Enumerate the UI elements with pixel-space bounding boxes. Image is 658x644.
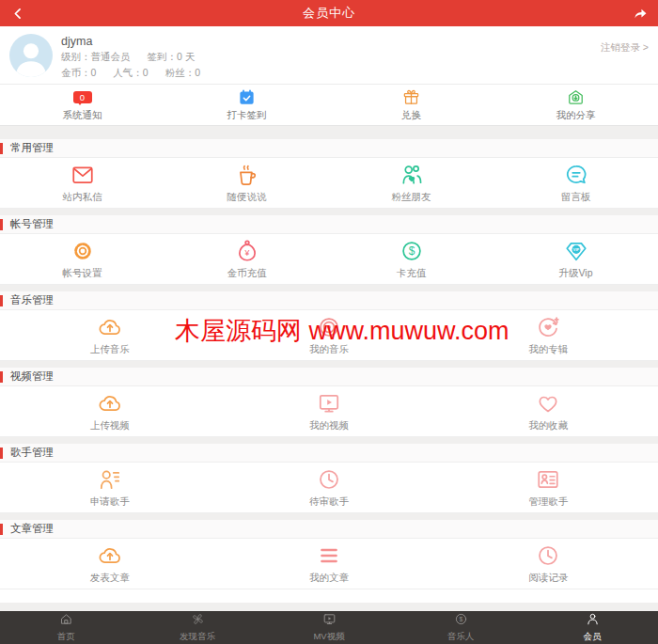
section-music-manage: 音乐管理 上传音乐 我的音乐 我的专辑 <box>0 291 658 361</box>
menu-item-my-video[interactable]: 我的视频 <box>219 386 438 436</box>
menu-item-upload-video[interactable]: 上传视频 <box>0 386 219 436</box>
person-icon <box>586 612 600 630</box>
heart-icon <box>536 391 560 416</box>
menu-item-my-albums[interactable]: 我的专辑 <box>439 310 658 360</box>
notification-badge-icon: 0 <box>73 91 92 103</box>
menu-item-publish-article[interactable]: 发表文章 <box>0 539 219 589</box>
menu-item-moments[interactable]: 随便说说 <box>164 158 329 208</box>
menu-item-label: 我的专辑 <box>528 343 568 356</box>
quick-checkin[interactable]: 打卡签到 <box>164 85 329 125</box>
section-singer-manage: 歌手管理 申请歌手 待审歌手 管理歌手 <box>0 444 658 513</box>
calendar-check-icon <box>238 87 256 106</box>
menu-item-private-message[interactable]: 站内私信 <box>0 158 164 208</box>
heart-refresh-icon <box>536 315 560 339</box>
section-article-manage: 文章管理 发表文章 我的文章 阅读记录 <box>0 520 658 589</box>
member-center-page: 会员中心 djyma 级别：普通会员 签到：0 天 金币：0 人气：0 粉丝：0… <box>0 0 658 644</box>
nav-label: MV视频 <box>313 631 344 643</box>
menu-item-coin-recharge[interactable]: 金币充值 <box>164 234 329 284</box>
menu-item-account-settings[interactable]: 帐号设置 <box>0 234 164 284</box>
page-title: 会员中心 <box>303 5 355 22</box>
id-card-icon <box>536 467 560 492</box>
menu-item-label: 粉丝朋友 <box>392 191 431 204</box>
menu-item-label: 我的收藏 <box>528 419 568 432</box>
nav-label: 会员 <box>584 631 602 643</box>
menu-item-my-music[interactable]: 我的音乐 <box>219 310 438 360</box>
nav-mv-video[interactable]: MV视频 <box>263 611 395 644</box>
menu-item-label: 站内私信 <box>63 191 102 204</box>
nav-home[interactable]: 首页 <box>0 611 132 644</box>
section-title: 帐号管理 <box>10 217 54 231</box>
menu-item-label: 我的音乐 <box>309 343 349 356</box>
quick-action-label: 兑换 <box>401 109 421 122</box>
quick-action-label: 我的分享 <box>556 109 596 122</box>
menu-item-label: 帐号设置 <box>63 267 102 280</box>
quick-action-label: 打卡签到 <box>227 109 267 122</box>
menu-item-manage-singer[interactable]: 管理歌手 <box>439 463 658 512</box>
user-signin: 签到：0 天 <box>148 51 196 64</box>
dollar-coin-icon <box>454 612 468 630</box>
section-accent-bar <box>0 219 3 230</box>
menu-item-message-board[interactable]: 留言板 <box>494 158 658 208</box>
list-lines-icon <box>317 543 341 568</box>
coffee-cup-icon <box>235 163 259 187</box>
nav-musician[interactable]: 音乐人 <box>395 611 526 644</box>
menu-item-my-favorites[interactable]: 我的收藏 <box>439 386 658 436</box>
profile-section: djyma 级别：普通会员 签到：0 天 金币：0 人气：0 粉丝：0 注销登录… <box>0 26 658 85</box>
pinwheel-icon <box>191 612 205 630</box>
section-title: 视频管理 <box>10 369 54 384</box>
menu-item-label: 我的视频 <box>309 419 349 432</box>
divider <box>0 285 658 291</box>
nav-label: 音乐人 <box>447 631 475 643</box>
person-list-icon <box>98 467 122 492</box>
menu-item-label: 随便说说 <box>227 191 267 204</box>
dollar-coin-icon <box>400 239 424 263</box>
quick-my-share[interactable]: 我的分享 <box>494 85 658 125</box>
nav-member[interactable]: 会员 <box>526 611 658 644</box>
divider <box>0 126 658 139</box>
nav-label: 发现音乐 <box>180 631 215 643</box>
menu-item-card-recharge[interactable]: 卡充值 <box>329 234 494 284</box>
gear-icon <box>70 239 95 263</box>
monitor-play-icon <box>322 612 337 630</box>
menu-item-upgrade-vip[interactable]: 升级Vip <box>494 234 658 284</box>
nav-discover-music[interactable]: 发现音乐 <box>132 611 263 644</box>
quick-actions-row: 0 系统通知 打卡签到 兑换 我的分享 <box>0 85 658 126</box>
menu-item-fans-friends[interactable]: 粉丝朋友 <box>329 158 494 208</box>
share-mail-icon <box>567 87 585 106</box>
vip-diamond-icon <box>564 239 588 263</box>
back-button[interactable] <box>8 3 28 24</box>
menu-item-label: 金币充值 <box>227 267 267 280</box>
home-icon <box>59 612 73 630</box>
divider <box>0 209 658 215</box>
section-accent-bar <box>0 371 3 383</box>
section-accent-bar <box>0 524 3 535</box>
envelope-icon <box>70 163 95 187</box>
section-title: 音乐管理 <box>10 293 54 307</box>
quick-exchange[interactable]: 兑换 <box>329 85 494 125</box>
menu-item-upload-music[interactable]: 上传音乐 <box>0 310 219 360</box>
menu-item-reading-history[interactable]: 阅读记录 <box>439 539 658 589</box>
menu-item-pending-singer[interactable]: 待审歌手 <box>219 463 438 512</box>
menu-item-my-articles[interactable]: 我的文章 <box>219 539 438 589</box>
menu-item-label: 升级Vip <box>559 267 593 280</box>
menu-item-label: 上传视频 <box>90 419 130 432</box>
quick-system-notice[interactable]: 0 系统通知 <box>0 85 164 125</box>
avatar[interactable] <box>9 34 53 77</box>
section-title: 常用管理 <box>10 141 54 155</box>
people-heart-icon <box>400 163 424 187</box>
menu-item-label: 发表文章 <box>90 572 130 585</box>
share-icon[interactable] <box>630 3 650 24</box>
user-fans: 粉丝：0 <box>165 67 200 80</box>
section-accent-bar <box>0 448 3 459</box>
menu-item-label: 待审歌手 <box>309 495 349 509</box>
cloud-upload-icon <box>98 315 122 339</box>
menu-item-label: 阅读记录 <box>528 572 568 585</box>
menu-item-label: 管理歌手 <box>528 495 568 509</box>
quick-action-label: 系统通知 <box>63 109 102 122</box>
logout-link[interactable]: 注销登录 > <box>601 41 649 55</box>
section-account-manage: 帐号管理 帐号设置 金币充值 卡充值 升级Vip <box>0 215 658 285</box>
menu-item-label: 我的文章 <box>309 572 349 585</box>
menu-item-label: 上传音乐 <box>90 343 130 356</box>
record-disc-icon <box>317 315 341 339</box>
menu-item-apply-singer[interactable]: 申请歌手 <box>0 463 219 512</box>
